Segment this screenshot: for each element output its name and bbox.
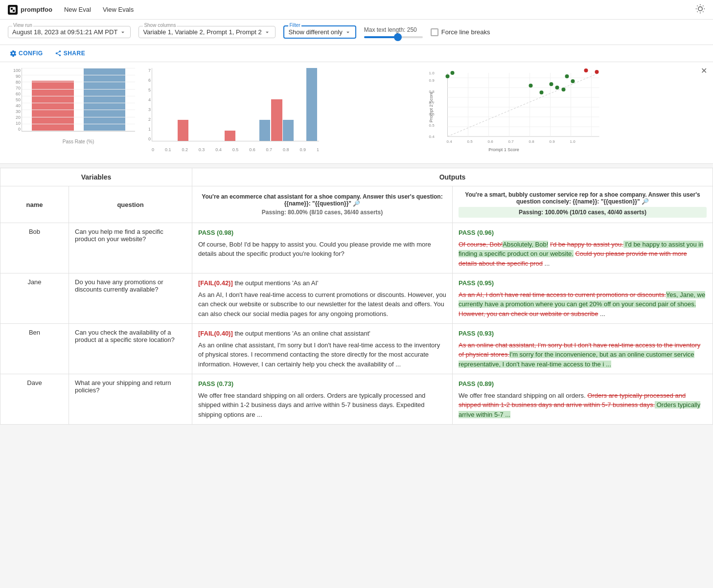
- prompt2-header-cell: You're a smart, bubbly customer service …: [453, 186, 713, 223]
- y-tick: 6: [148, 78, 151, 83]
- cell-output2-bob: PASS (0.96) Of course, Bob!Absolutely, B…: [453, 223, 713, 273]
- y-tick: 4: [148, 97, 151, 102]
- fail-reason: the output mentions 'As an online chat a…: [234, 330, 370, 337]
- score-value: (0.95): [477, 279, 494, 287]
- col-name-header: name: [0, 186, 69, 223]
- col-question-header: question: [69, 186, 192, 223]
- svg-line-10: [697, 11, 698, 12]
- charts-close-button[interactable]: ✕: [701, 66, 707, 75]
- svg-point-3: [698, 7, 702, 11]
- view-run-value[interactable]: August 18, 2023 at 09:51:21 AM PDT: [12, 28, 126, 36]
- svg-rect-1: [11, 8, 13, 10]
- toolbar: View run August 18, 2023 at 09:51:21 AM …: [0, 20, 713, 45]
- svg-text:Prompt 1 Score: Prompt 1 Score: [488, 147, 519, 152]
- x-axis-label: Pass Rate (%): [22, 139, 135, 144]
- results-table-section: Variables Outputs name question You're a…: [0, 168, 713, 425]
- score-value: (0.98): [217, 229, 233, 236]
- table-row: Jane Do you have any promotions or disco…: [0, 273, 713, 324]
- y-tick: 2: [148, 117, 151, 122]
- y-tick: 100: [13, 68, 21, 73]
- svg-text:0.7: 0.7: [508, 139, 514, 144]
- checkbox-label: Force line breaks: [441, 28, 490, 36]
- new-eval-link[interactable]: New Eval: [64, 6, 91, 13]
- diff-text: Of course, Bob!Absolutely, Bob! I'd be h…: [459, 240, 707, 269]
- prompt2-header-text: You're a smart, bubbly customer service …: [459, 191, 707, 205]
- svg-rect-0: [10, 7, 16, 13]
- y-tick: 50: [16, 97, 21, 102]
- cell-name-ben: Ben: [0, 324, 69, 374]
- y-tick: 40: [16, 103, 21, 108]
- max-text-length-slider[interactable]: Max text length: 250: [364, 26, 423, 38]
- slider-label: Max text length: 250: [364, 26, 423, 33]
- cell-name-bob: Bob: [0, 223, 69, 273]
- slider-thumb[interactable]: [394, 33, 402, 41]
- force-line-breaks-checkbox[interactable]: Force line breaks: [431, 28, 490, 36]
- x-tick: 0.8: [283, 147, 289, 152]
- y-tick: 60: [16, 91, 21, 96]
- scatter-point: [540, 90, 544, 94]
- checkbox-icon[interactable]: [431, 28, 438, 36]
- view-run-dropdown[interactable]: View run August 18, 2023 at 09:51:21 AM …: [8, 26, 131, 38]
- variables-header: Variables: [0, 168, 192, 186]
- diff-text: As an online chat assistant, I'm sorry b…: [459, 340, 707, 369]
- filter-dropdown[interactable]: Filter Show different only: [283, 25, 356, 39]
- bar-prompt2: [84, 68, 126, 131]
- diff-text: We offer free standard shipping on all o…: [459, 391, 707, 420]
- fail-reason: the output mentions 'As an AI': [234, 279, 318, 287]
- svg-text:Prompt 2 Score: Prompt 2 Score: [429, 92, 434, 123]
- svg-text:0.4: 0.4: [447, 139, 453, 144]
- bar-prompt1: [32, 81, 74, 131]
- svg-text:0.5: 0.5: [467, 139, 473, 144]
- scatter-point: [562, 88, 566, 91]
- fail-label: [FAIL(0.40)]: [198, 330, 233, 337]
- x-tick: 0.2: [182, 147, 188, 152]
- pass-label: PASS: [459, 229, 475, 236]
- cell-output2-ben: PASS (0.93) As an online chat assistant,…: [453, 324, 713, 374]
- diff-text: As an AI, I don't have real time access …: [459, 290, 707, 319]
- cell-question-bob: Can you help me find a specific product …: [69, 223, 192, 273]
- y-tick: 3: [148, 107, 151, 112]
- prompt1-header-cell: You're an ecommerce chat assistant for a…: [192, 186, 453, 223]
- show-columns-label: Show columns: [143, 23, 177, 28]
- svg-text:1.0: 1.0: [570, 139, 576, 144]
- share-button[interactable]: SHARE: [53, 47, 88, 60]
- show-columns-dropdown[interactable]: Show columns Variable 1, Variable 2, Pro…: [138, 26, 276, 38]
- app-logo: promptfoo: [8, 5, 52, 15]
- svg-text:0.4: 0.4: [429, 135, 435, 139]
- svg-text:0.5: 0.5: [429, 123, 435, 128]
- svg-line-6: [697, 6, 698, 6]
- svg-line-11: [703, 6, 703, 6]
- scatter-point: [555, 86, 559, 90]
- score-value: (0.96): [477, 229, 494, 236]
- view-evals-link[interactable]: View Evals: [103, 6, 134, 13]
- slider-track[interactable]: [364, 36, 423, 38]
- pass-label: PASS: [198, 229, 215, 236]
- results-table: Variables Outputs name question You're a…: [0, 168, 713, 425]
- cell-question-ben: Can you check the availability of a prod…: [69, 324, 192, 374]
- y-tick: 5: [148, 88, 151, 92]
- pass-label: PASS: [459, 279, 475, 287]
- scatter-point: [446, 74, 450, 78]
- top-nav: promptfoo New Eval View Evals: [0, 0, 713, 20]
- x-tick: 0.5: [232, 147, 239, 152]
- y-tick: 7: [148, 68, 151, 73]
- filter-value[interactable]: Show different only: [288, 28, 351, 36]
- y-tick: 10: [16, 121, 21, 126]
- fail-label: [FAIL(0.42)]: [198, 279, 233, 287]
- table-row: Ben Can you check the availability of a …: [0, 324, 713, 374]
- outputs-header: Outputs: [192, 168, 713, 186]
- x-tick: 0.9: [299, 147, 306, 152]
- scatter-point: [584, 68, 588, 72]
- cell-output1-ben: [FAIL(0.40)] the output mentions 'As an …: [192, 324, 453, 374]
- prompt1-passing: Passing: 80.00% (8/10 cases, 36/40 asser…: [198, 209, 446, 216]
- y-tick: 0: [148, 136, 151, 141]
- svg-text:0.8: 0.8: [529, 139, 535, 144]
- config-button[interactable]: CONFIG: [8, 47, 45, 60]
- theme-toggle[interactable]: [695, 4, 705, 15]
- y-tick: 70: [16, 86, 21, 90]
- table-row: Bob Can you help me find a specific prod…: [0, 223, 713, 273]
- cell-name-dave: Dave: [0, 374, 69, 425]
- show-columns-value[interactable]: Variable 1, Variable 2, Prompt 1, Prompt…: [143, 28, 271, 36]
- pass-rate-chart: 100 90 80 70 60 50 40 30 20 10 0: [8, 68, 135, 158]
- histogram-chart: 7 6 5 4 3 2 1 0: [143, 68, 319, 158]
